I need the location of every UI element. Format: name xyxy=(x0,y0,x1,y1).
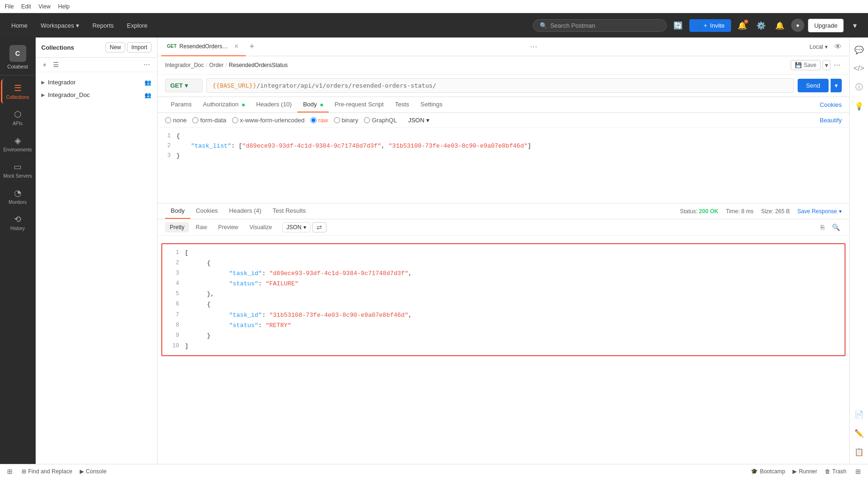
import-button[interactable]: Import xyxy=(127,42,151,52)
tab-settings[interactable]: Settings xyxy=(415,97,448,112)
collection-item-integrador-doc[interactable]: ▶ Integrador_Doc 👥 xyxy=(36,89,157,101)
environments-label: Environments xyxy=(3,147,32,152)
request-tab-active[interactable]: GET ResendedOrdersS... ✕ xyxy=(161,37,246,56)
body-type-graphql[interactable]: GraphQL xyxy=(364,117,397,124)
send-button[interactable]: Send xyxy=(798,79,829,92)
resp-line-9: 9 } xyxy=(166,331,841,341)
body-type-form-data[interactable]: form-data xyxy=(192,117,226,124)
more-options-breadcrumb[interactable]: ⋯ xyxy=(832,60,842,70)
sidebar-item-history[interactable]: ⟲ History xyxy=(1,210,35,235)
resp-tab-headers[interactable]: Headers (4) xyxy=(224,203,267,219)
resp-body-tab-raw[interactable]: Raw xyxy=(191,222,211,232)
layout-toggle-icon[interactable]: ⊞ xyxy=(854,466,862,477)
resp-tab-test-results[interactable]: Test Results xyxy=(267,203,311,219)
body-type-raw[interactable]: raw xyxy=(310,117,328,124)
method-select[interactable]: GET ▾ xyxy=(165,79,203,92)
resp-tab-body[interactable]: Body xyxy=(165,203,190,219)
code-icon[interactable]: </> xyxy=(851,60,868,77)
nav-home[interactable]: Home xyxy=(6,19,33,32)
search-bar[interactable]: 🔍 Search Postman xyxy=(533,19,667,32)
settings-gear[interactable]: ⚙️ xyxy=(754,18,769,33)
sidebar-item-environments[interactable]: ◈ Environments xyxy=(1,132,35,156)
menu-view[interactable]: View xyxy=(38,3,51,10)
tab-body[interactable]: Body xyxy=(297,97,329,112)
layout-icon[interactable]: ⊞ xyxy=(6,466,14,477)
comments-icon[interactable]: 💬 xyxy=(851,41,868,58)
nav-reports[interactable]: Reports xyxy=(87,19,120,32)
sidebar-item-apis[interactable]: ⬡ APIs xyxy=(1,105,35,130)
find-replace-link[interactable]: ⊞ Find and Replace xyxy=(22,468,72,475)
collection-item-integrador[interactable]: ▶ Integrador 👥 xyxy=(36,76,157,89)
send-dropdown-button[interactable]: ▾ xyxy=(830,79,842,92)
doc-icon[interactable]: 📄 xyxy=(851,406,868,423)
sidebar-item-monitors[interactable]: ◔ Monitors xyxy=(1,184,35,209)
url-input[interactable]: {{BASE_URL}}/integrator/api/v1/orders/re… xyxy=(206,78,794,93)
tab-tests[interactable]: Tests xyxy=(389,97,415,112)
tab-pre-request[interactable]: Pre-request Script xyxy=(329,97,389,112)
tab-authorization[interactable]: Authorization xyxy=(197,97,251,112)
menu-edit[interactable]: Edit xyxy=(21,3,31,10)
bootcamp-link[interactable]: 🎓 Bootcamp xyxy=(751,468,785,475)
resp-tab-cookies[interactable]: Cookies xyxy=(190,203,224,219)
body-type-none[interactable]: none xyxy=(165,117,187,124)
breadcrumb-part-1[interactable]: Integrador_Doc xyxy=(165,62,204,68)
local-dropdown[interactable]: Local ▾ xyxy=(809,44,828,50)
upgrade-button[interactable]: Upgrade xyxy=(808,19,844,32)
body-type-binary[interactable]: binary xyxy=(334,117,358,124)
user-avatar[interactable]: ● xyxy=(791,19,804,32)
copy-response-button[interactable]: ⎘ xyxy=(819,223,826,232)
json-format-select[interactable]: JSON ▾ xyxy=(408,117,430,124)
method-label: GET xyxy=(170,82,183,89)
more-options-icon[interactable]: ⋯ xyxy=(142,60,151,70)
info-icon[interactable]: ⓘ xyxy=(851,79,868,96)
nav-explore[interactable]: Explore xyxy=(121,19,153,32)
invite-button[interactable]: 👤+ Invite xyxy=(689,19,731,32)
beautify-button[interactable]: Beautify xyxy=(820,117,842,124)
resp-body-tab-preview[interactable]: Preview xyxy=(213,222,243,232)
add-tab-button[interactable]: + xyxy=(246,40,258,53)
tab-params[interactable]: Params xyxy=(165,97,197,112)
filter-icon[interactable]: ☰ xyxy=(52,60,60,70)
breadcrumb-sep-2: / xyxy=(226,62,227,68)
bell-icon[interactable]: 🔔 xyxy=(772,18,787,33)
menu-help[interactable]: Help xyxy=(58,3,70,10)
body-type-urlencoded[interactable]: x-www-form-urlencoded xyxy=(232,117,305,124)
nav-workspaces[interactable]: Workspaces ▾ xyxy=(35,19,85,32)
monitors-label: Monitors xyxy=(8,200,26,205)
description-icon[interactable]: 📋 xyxy=(851,443,868,460)
sidebar-item-collections[interactable]: ☰ Collections xyxy=(1,79,35,104)
environments-icon: ◈ xyxy=(15,135,21,146)
sidebar-item-mock-servers[interactable]: ▭ Mock Servers xyxy=(1,158,35,182)
request-body-editor[interactable]: 1 { 2 "task_list": ["d89ece93-93df-4c1d-… xyxy=(158,128,849,203)
search-response-button[interactable]: 🔍 xyxy=(830,223,842,232)
cookies-link[interactable]: Cookies xyxy=(820,101,842,108)
edit-icon[interactable]: ✏️ xyxy=(851,425,868,441)
save-button[interactable]: 💾 Save xyxy=(791,60,821,70)
menu-file[interactable]: File xyxy=(5,3,14,10)
bottom-left: ⊞ ⊞ Find and Replace ▶ Console xyxy=(6,466,106,477)
lightbulb-icon[interactable]: 💡 xyxy=(851,97,868,114)
resp-body-tab-pretty[interactable]: Pretty xyxy=(165,222,189,232)
response-status: Status: 200 OK Time: 8 ms Size: 265 B Sa… xyxy=(680,208,842,215)
save-response-button[interactable]: Save Response ▾ xyxy=(797,208,842,215)
search-placeholder: Search Postman xyxy=(550,22,595,29)
trash-link[interactable]: 🗑 Trash xyxy=(825,468,846,475)
save-dropdown-button[interactable]: ▾ xyxy=(823,60,830,70)
resp-line-8: 8 "status": "RETRY" xyxy=(166,321,841,331)
runner-link[interactable]: ▶ Runner xyxy=(793,468,817,475)
response-json-select[interactable]: JSON ▾ xyxy=(282,222,310,232)
tab-headers[interactable]: Headers (10) xyxy=(250,97,297,112)
sync-button[interactable]: 🔄 xyxy=(671,18,686,33)
console-link[interactable]: ▶ Console xyxy=(80,468,106,475)
add-collection-icon[interactable]: + xyxy=(41,60,48,70)
tab-close-button[interactable]: ✕ xyxy=(233,43,240,50)
filter-results-icon[interactable]: ⇄ xyxy=(312,222,326,232)
eye-icon[interactable]: 👁 xyxy=(830,39,845,54)
workspace-logo[interactable]: C xyxy=(9,45,26,62)
tab-more-button[interactable]: ⋯ xyxy=(526,40,541,53)
new-collection-button[interactable]: New xyxy=(106,42,125,52)
resp-body-tab-visualize[interactable]: Visualize xyxy=(245,222,277,232)
response-tabs: Body Cookies Headers (4) Test Results St… xyxy=(158,203,849,219)
expand-icon[interactable]: ▾ xyxy=(847,18,862,33)
breadcrumb-part-2[interactable]: Order xyxy=(209,62,224,68)
